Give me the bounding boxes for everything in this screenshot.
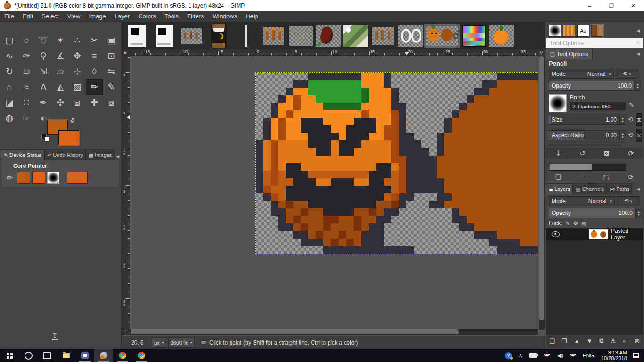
close-button[interactable]: ✕	[622, 0, 644, 11]
image-tab-sprites-2[interactable]	[288, 24, 314, 48]
save-tool-preset-button[interactable]: ↧	[555, 149, 561, 157]
image-tab-torches[interactable]	[260, 24, 287, 48]
image-tab-meat[interactable]	[315, 24, 342, 48]
tool-select-by-color[interactable]: ∴	[69, 33, 86, 48]
action-center-icon[interactable]	[633, 353, 639, 358]
collapse-tool-options-icon[interactable]: ◀	[635, 50, 642, 58]
battery-icon[interactable]	[529, 353, 537, 358]
tool-handle-transform[interactable]: ⊹	[69, 64, 86, 79]
image-tab-document-1[interactable]	[124, 24, 150, 48]
new-layer-button[interactable]: ❑	[549, 337, 555, 345]
taskbar-gimp[interactable]	[94, 349, 113, 362]
image-tab-torches-2[interactable]	[370, 24, 396, 48]
network-signal-icon[interactable]	[569, 353, 576, 358]
image-tab-map[interactable]	[342, 24, 369, 48]
volume-icon[interactable]: ◀)))	[557, 353, 562, 359]
tool-bucket-fill[interactable]: ◭	[52, 79, 69, 95]
image-tab-furniture[interactable]	[206, 24, 232, 48]
layer-name[interactable]: Pasted Layer	[611, 228, 643, 241]
image-tab-bones[interactable]	[397, 24, 424, 48]
layer-visibility-eye-icon[interactable]	[552, 231, 560, 237]
taskbar-chrome-2[interactable]	[132, 349, 151, 362]
taskbar-chrome-1[interactable]	[113, 349, 132, 362]
image-tab-thin-strip[interactable]	[233, 24, 260, 48]
lock-pixels-icon[interactable]: ✎	[565, 220, 570, 227]
tool-crop[interactable]: ⊡	[103, 48, 120, 64]
layer-list[interactable]: Pasted Layer	[546, 228, 643, 335]
vertical-ruler[interactable]: 051015202530	[122, 56, 130, 330]
refresh-button[interactable]: ⟳	[628, 173, 634, 181]
device-background-swatch[interactable]	[32, 172, 45, 184]
edit-brush-icon[interactable]: ✎	[629, 101, 638, 111]
layer-mode-dropdown[interactable]: Mode Normal∨	[549, 196, 615, 206]
lower-layer-button[interactable]: ▼	[586, 337, 593, 345]
wifi-disconnected-icon[interactable]: ✕	[544, 353, 551, 358]
tool-free-select[interactable]: ➰	[35, 33, 52, 48]
tool-perspective[interactable]: ◊	[86, 64, 103, 79]
tab-layers[interactable]: ≣Layers	[546, 183, 573, 194]
tool-unified-transform[interactable]: ⧉	[18, 64, 35, 79]
quick-mask-toggle[interactable]	[122, 329, 130, 335]
horizontal-scrollbar-thumb[interactable]	[131, 329, 459, 334]
tab-paths[interactable]: ⋈Paths	[607, 183, 632, 194]
menu-help[interactable]: Help	[241, 11, 263, 22]
pixel-art-canvas[interactable]	[256, 73, 538, 254]
horizontal-ruler[interactable]: -15-10-505101520253035	[130, 49, 538, 56]
aspect-link-device-button[interactable]: ⧖	[636, 129, 642, 142]
tool-rotate[interactable]: ↻	[1, 64, 18, 79]
reset-aspect-icon[interactable]: ⟲	[628, 132, 633, 139]
menu-layer[interactable]: Layer	[110, 11, 134, 22]
tool-measure[interactable]: ∡	[52, 48, 69, 64]
opacity-spinner[interactable]: ▴▾	[635, 81, 641, 91]
opacity-slider[interactable]: Opacity 100.0	[549, 81, 635, 91]
language-indicator[interactable]: ENG	[583, 353, 594, 358]
background-color-swatch[interactable]	[58, 130, 79, 145]
taskbar-discord[interactable]	[75, 349, 94, 362]
layer-boundary[interactable]	[255, 72, 538, 254]
tool-shear[interactable]: ▱	[52, 64, 69, 79]
tool-cage-transform[interactable]: ⌂	[1, 79, 18, 95]
tool-color-picker[interactable]: ✑	[18, 48, 35, 64]
swap-colors-icon[interactable]: ⇄	[68, 116, 76, 124]
collapse-left-dock-icon[interactable]: ◀	[115, 153, 121, 160]
menu-tools[interactable]: Tools	[160, 11, 183, 22]
brush-thumbnail[interactable]	[549, 94, 567, 112]
save-device-status-button[interactable]: ↧	[52, 333, 58, 340]
new-layer-group-button[interactable]: ❒	[561, 337, 567, 345]
unit-dropdown[interactable]: px▾	[152, 337, 166, 348]
left-dock-tab-images[interactable]: ▦Images	[86, 149, 115, 160]
close-tool-options-icon[interactable]: ✕	[636, 40, 640, 46]
horizontal-scrollbar[interactable]	[130, 329, 538, 335]
tab-patterns[interactable]	[563, 25, 575, 37]
tool-zoom[interactable]: ⚲	[35, 48, 52, 64]
tool-flip[interactable]: ⇋	[103, 64, 120, 79]
taskbar-clock[interactable]: 3:13 AM 10/20/2018	[601, 350, 627, 361]
restore-tool-preset-button[interactable]: ↺	[579, 149, 585, 157]
menu-select[interactable]: Select	[37, 11, 63, 22]
tool-airbrush[interactable]: ∷	[18, 95, 35, 110]
size-spinner[interactable]: ▴▾	[619, 115, 626, 125]
delete-tool-preset-button[interactable]: ⊠	[604, 149, 610, 157]
collapse-layers-icon[interactable]: ◀	[635, 185, 642, 193]
menu-edit[interactable]: Edit	[18, 11, 37, 22]
paint-mode-dropdown[interactable]: Mode Normal∨	[549, 69, 614, 79]
zoom-dropdown[interactable]: 1600 %▾	[168, 337, 195, 348]
merge-down-button[interactable]: ↩	[623, 337, 628, 345]
tool-heal[interactable]: ✚	[86, 95, 103, 110]
tool-foreground-select[interactable]: ▣	[103, 33, 120, 48]
anchor-layer-button[interactable]: ⚓	[611, 337, 616, 345]
remove-button[interactable]: −	[580, 173, 584, 181]
tool-align[interactable]: ≡	[86, 48, 103, 64]
tool-pencil[interactable]: ✏	[86, 79, 103, 95]
menu-colors[interactable]: Colors	[134, 11, 160, 22]
aspect-ratio-slider[interactable]: Aspect Ratio 0.00	[549, 130, 619, 140]
tab-palettes[interactable]	[591, 25, 603, 37]
layer-opacity-spinner[interactable]: ▴▾	[636, 208, 642, 218]
ruler-menu-button[interactable]: ▶	[122, 49, 130, 56]
duplicate-layer-button[interactable]: ⧉	[599, 337, 603, 345]
tool-fuzzy-select[interactable]: ✶	[52, 33, 69, 48]
tab-brushes[interactable]	[549, 25, 561, 37]
menu-file[interactable]: File	[0, 11, 18, 22]
print-button[interactable]: ▤	[603, 173, 609, 181]
tool-warp-transform[interactable]: ≈	[18, 79, 35, 95]
